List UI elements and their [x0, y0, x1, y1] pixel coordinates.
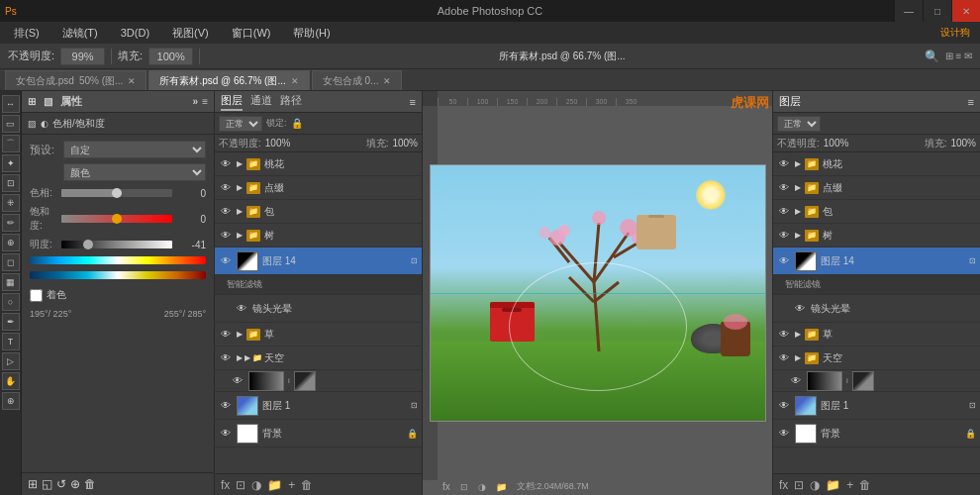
menu-pai[interactable]: 排(S)	[10, 24, 44, 43]
layers-tab-right-layers[interactable]: 图层	[779, 94, 801, 109]
chevron-bag[interactable]: ▶	[237, 207, 243, 216]
chevron-dianzhui-r[interactable]: ▶	[795, 183, 801, 192]
eye-dianzhui-r[interactable]: 👁	[777, 181, 791, 195]
clone-stamp[interactable]: ⊕	[2, 234, 20, 251]
eye-icon-bag[interactable]: 👁	[219, 205, 233, 219]
eye-icon-lens[interactable]: 👁	[235, 302, 248, 316]
eye-icon-sky-sub[interactable]: 👁	[231, 374, 245, 388]
layers-menu-right[interactable]: ≡	[968, 96, 974, 108]
fx-button-left[interactable]: fx	[221, 478, 230, 492]
layer-1-left[interactable]: 👁 图层 1 ⊡	[215, 392, 422, 420]
lock-icon-left[interactable]: 🔒	[291, 118, 303, 129]
group-button-right[interactable]: 📁	[826, 478, 840, 492]
menu-window[interactable]: 窗口(W)	[228, 24, 275, 43]
eyedropper[interactable]: ⁜	[2, 194, 20, 212]
eye-sky-sub-r[interactable]: 👁	[789, 374, 803, 388]
zoom-tool[interactable]: ⊕	[2, 392, 20, 410]
layer-group-bag-r[interactable]: 👁 ▶ 📁 包	[773, 200, 980, 224]
group-button-left[interactable]: 📁	[267, 478, 282, 492]
lens-flare-r[interactable]: 👁 镜头光晕	[773, 295, 980, 323]
layer-group-peach-r[interactable]: 👁 ▶ 📁 桃花	[773, 152, 980, 176]
props-bottom-icon2[interactable]: ◱	[42, 477, 52, 491]
layer-group-grass-r[interactable]: 👁 ▶ 📁 草	[773, 323, 980, 346]
layer-group-grass[interactable]: 👁 ▶ 📁 草	[215, 323, 422, 346]
background-layer-left[interactable]: 👁 背景 🔒	[215, 420, 422, 447]
eye-peach-r[interactable]: 👁	[777, 157, 791, 171]
chevron-peach[interactable]: ▶	[237, 159, 243, 168]
layers-tab-channels[interactable]: 通道	[250, 93, 272, 111]
move-tool[interactable]: ↔	[2, 95, 20, 113]
eye-icon-layer1[interactable]: 👁	[219, 399, 233, 413]
opacity-input[interactable]	[60, 48, 105, 65]
layer-group-dianzhui-r[interactable]: 👁 ▶ 📁 点缀	[773, 176, 980, 200]
menu-help[interactable]: 帮助(H)	[289, 24, 334, 43]
chevron-dianzhui[interactable]: ▶	[237, 183, 243, 192]
maximize-button[interactable]: □	[924, 0, 951, 22]
gradient-tool[interactable]: ▦	[2, 273, 20, 291]
chevron-peach-r[interactable]: ▶	[795, 159, 801, 168]
eye-icon-sky[interactable]: 👁	[219, 351, 233, 365]
hand-tool[interactable]: ✋	[2, 372, 20, 390]
close-tab-0[interactable]: ✕	[128, 76, 136, 86]
layer-group-sky[interactable]: 👁 ▶ ▶📁 天空	[215, 346, 422, 370]
props-icon-channels[interactable]: ▧	[44, 96, 52, 107]
props-menu-icon[interactable]: ≡	[202, 96, 208, 107]
layer-group-dianzhui[interactable]: 👁 ▶ 📁 点缀	[215, 176, 422, 200]
canvas-adjustment-icon[interactable]: ◑	[478, 482, 486, 492]
blend-mode-select-left[interactable]: 正常	[219, 116, 262, 132]
eye-14-r[interactable]: 👁	[777, 254, 791, 268]
chevron-bag-r[interactable]: ▶	[795, 207, 801, 216]
menu-view[interactable]: 视图(V)	[168, 24, 213, 43]
chevron-grass[interactable]: ▶	[237, 330, 243, 339]
eye-tree-r[interactable]: 👁	[777, 229, 791, 243]
eye-lens-r[interactable]: 👁	[793, 302, 807, 316]
layers-tab-layers[interactable]: 图层	[221, 93, 243, 111]
text-tool[interactable]: T	[2, 333, 20, 350]
menu-3d[interactable]: 3D(D)	[117, 25, 153, 41]
props-bottom-icon4[interactable]: ⊕	[70, 477, 80, 491]
chevron-grass-r[interactable]: ▶	[795, 330, 801, 339]
colorize-checkbox[interactable]	[30, 289, 43, 302]
lens-flare-layer-left[interactable]: 👁 镜头光晕	[215, 295, 422, 323]
eye-icon-14[interactable]: 👁	[219, 254, 233, 268]
sky-sub-item-r[interactable]: 👁 i	[773, 370, 980, 392]
eye-icon-tree[interactable]: 👁	[219, 229, 233, 243]
props-icon-layers[interactable]: ⊞	[28, 96, 36, 107]
eye-bg-r[interactable]: 👁	[777, 427, 791, 441]
chevron-sky-r[interactable]: ▶	[795, 353, 801, 362]
channel-select[interactable]: 颜色	[63, 163, 206, 181]
delete-layer-button-left[interactable]: 🗑	[301, 478, 313, 492]
canvas-mask-icon[interactable]: ⊡	[460, 482, 468, 492]
search-icon[interactable]: 🔍	[925, 50, 939, 63]
layer-14-left[interactable]: 👁 图层 14 ⊡	[215, 248, 422, 275]
props-bottom-icon5[interactable]: 🗑	[84, 477, 96, 491]
canvas-fx-button[interactable]: fx	[442, 481, 450, 492]
new-layer-button-left[interactable]: +	[288, 478, 295, 492]
crop-tool[interactable]: ⊡	[2, 174, 20, 192]
eye-grass-r[interactable]: 👁	[777, 328, 791, 342]
layer-group-sky-r[interactable]: 👁 ▶ 📁 天空	[773, 346, 980, 370]
mask-button-left[interactable]: ⊡	[236, 478, 245, 492]
brush-tool[interactable]: ✏	[2, 214, 20, 232]
layers-tab-paths[interactable]: 路径	[280, 93, 302, 111]
eye-icon-grass[interactable]: 👁	[219, 328, 233, 342]
layer-group-tree-r[interactable]: 👁 ▶ 📁 树	[773, 224, 980, 248]
chevron-sky[interactable]: ▶	[237, 353, 243, 362]
hue-track[interactable]	[61, 189, 172, 197]
layer-1-right[interactable]: 👁 图层 1 ⊡	[773, 392, 980, 420]
sat-thumb[interactable]	[112, 214, 122, 224]
background-layer-right[interactable]: 👁 背景 🔒	[773, 420, 980, 447]
sat-track[interactable]	[61, 215, 172, 223]
light-track[interactable]	[61, 241, 172, 248]
chevron-tree-r[interactable]: ▶	[795, 231, 801, 240]
close-tab-1[interactable]: ✕	[291, 76, 299, 86]
fill-input[interactable]	[148, 48, 193, 65]
chevron-tree[interactable]: ▶	[237, 231, 243, 240]
dodge-tool[interactable]: ○	[2, 293, 20, 311]
preset-select[interactable]: 自定	[63, 141, 206, 158]
light-thumb[interactable]	[83, 240, 93, 249]
doc-tab-2[interactable]: 女包合成 0... ✕	[312, 70, 403, 90]
eye-layer1-r[interactable]: 👁	[777, 399, 791, 413]
lasso-tool[interactable]: ⌒	[2, 135, 20, 152]
layer-group-peach[interactable]: 👁 ▶ 📁 桃花	[215, 152, 422, 176]
